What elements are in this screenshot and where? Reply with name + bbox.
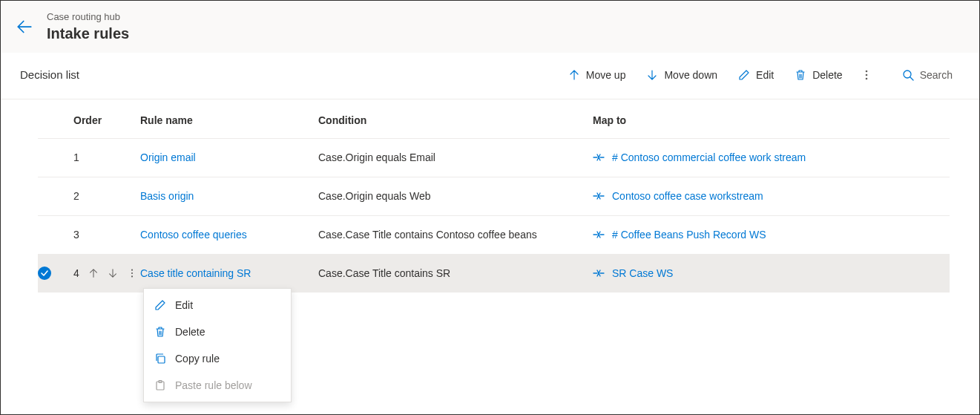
trash-icon: [154, 326, 166, 338]
decision-table: Order Rule name Condition Map to 1 Origi…: [1, 99, 979, 293]
more-vertical-icon: [861, 69, 872, 81]
rule-name-link[interactable]: Origin email: [140, 151, 318, 163]
row-checkbox[interactable]: [38, 267, 51, 280]
arrow-left-icon: [17, 19, 32, 34]
workstream-icon: [593, 190, 605, 202]
svg-rect-7: [158, 356, 165, 363]
rule-name-link[interactable]: Case title containing SR: [140, 267, 318, 279]
rule-name-link[interactable]: Contoso coffee queries: [140, 229, 318, 241]
search-button[interactable]: Search: [895, 66, 960, 84]
move-up-label: Move up: [586, 69, 626, 81]
mapto-label: Contoso coffee case workstream: [612, 190, 763, 202]
ctx-edit[interactable]: Edit: [144, 292, 291, 318]
pencil-icon: [738, 69, 750, 81]
ctx-paste: Paste rule below: [144, 372, 291, 399]
breadcrumb[interactable]: Case routing hub: [47, 11, 129, 23]
table-row[interactable]: 2 Basis origin Case.Origin equals Web Co…: [38, 177, 950, 215]
back-button[interactable]: [17, 19, 32, 34]
delete-button[interactable]: Delete: [787, 66, 849, 84]
cell-condition: Case.Case Title contains Contoso coffee …: [318, 229, 593, 241]
mapto-link[interactable]: # Contoso commercial coffee work stream: [593, 151, 950, 163]
ctx-delete[interactable]: Delete: [144, 318, 291, 345]
svg-point-2: [865, 77, 867, 79]
rule-name-link[interactable]: Basis origin: [140, 190, 318, 202]
mapto-link[interactable]: # Coffee Beans Push Record WS: [593, 229, 950, 241]
edit-button[interactable]: Edit: [731, 66, 781, 84]
arrow-up-icon: [568, 69, 580, 81]
ctx-paste-label: Paste rule below: [175, 379, 252, 391]
workstream-icon: [593, 229, 605, 241]
ctx-copy-label: Copy rule: [175, 353, 220, 365]
col-condition[interactable]: Condition: [318, 114, 593, 126]
row-move-up-icon[interactable]: [88, 268, 99, 278]
search-icon: [902, 69, 914, 81]
cell-order: 1: [73, 151, 140, 163]
row-more-icon[interactable]: [127, 268, 137, 278]
mapto-link[interactable]: Contoso coffee case workstream: [593, 190, 950, 202]
arrow-down-icon: [646, 69, 658, 81]
svg-point-3: [904, 71, 911, 78]
cell-order: 4: [73, 267, 140, 279]
header-titles: Case routing hub Intake rules: [47, 11, 129, 42]
svg-point-1: [865, 73, 867, 76]
svg-point-4: [131, 269, 133, 270]
col-map-to[interactable]: Map to: [593, 114, 950, 126]
row-context-menu: Edit Delete Copy rule Paste rule below: [143, 288, 292, 402]
col-rule-name[interactable]: Rule name: [140, 114, 318, 126]
section-heading: Decision list: [20, 68, 79, 81]
col-order[interactable]: Order: [73, 114, 140, 126]
delete-label: Delete: [812, 69, 842, 81]
move-down-label: Move down: [664, 69, 717, 81]
edit-label: Edit: [756, 69, 774, 81]
trash-icon: [795, 69, 806, 81]
svg-point-5: [131, 272, 133, 274]
cell-condition: Case.Origin equals Web: [318, 190, 593, 202]
paste-icon: [154, 379, 166, 391]
mapto-label: # Coffee Beans Push Record WS: [612, 229, 766, 241]
workstream-icon: [593, 151, 605, 163]
workstream-icon: [593, 267, 605, 279]
pencil-icon: [154, 299, 166, 311]
page-header: Case routing hub Intake rules: [1, 1, 979, 53]
cell-condition: Case.Case Title contains SR: [318, 267, 593, 279]
ctx-copy[interactable]: Copy rule: [144, 345, 291, 372]
row-move-down-icon[interactable]: [108, 268, 118, 278]
search-label: Search: [920, 69, 953, 81]
cell-order: 2: [73, 190, 140, 202]
mapto-link[interactable]: SR Case WS: [593, 267, 950, 279]
table-row-selected[interactable]: 4 Case title containing SR Case.Case Tit…: [38, 254, 950, 293]
move-up-button[interactable]: Move up: [561, 66, 634, 84]
table-row[interactable]: 3 Contoso coffee queries Case.Case Title…: [38, 215, 950, 254]
mapto-label: # Contoso commercial coffee work stream: [612, 151, 806, 163]
copy-icon: [154, 353, 166, 365]
move-down-button[interactable]: Move down: [639, 66, 725, 84]
ctx-edit-label: Edit: [175, 299, 193, 311]
checkmark-icon: [41, 269, 48, 277]
table-row[interactable]: 1 Origin email Case.Origin equals Email …: [38, 138, 950, 177]
page-title: Intake rules: [47, 24, 129, 42]
cell-order: 3: [73, 229, 140, 241]
cell-condition: Case.Origin equals Email: [318, 151, 593, 163]
command-bar: Decision list Move up Move down Edit Del…: [1, 53, 979, 99]
svg-point-0: [865, 70, 867, 72]
mapto-label: SR Case WS: [612, 267, 673, 279]
more-commands-button[interactable]: [856, 66, 877, 84]
svg-point-6: [131, 275, 133, 277]
ctx-delete-label: Delete: [175, 326, 205, 338]
table-header: Order Rule name Condition Map to: [38, 99, 950, 138]
